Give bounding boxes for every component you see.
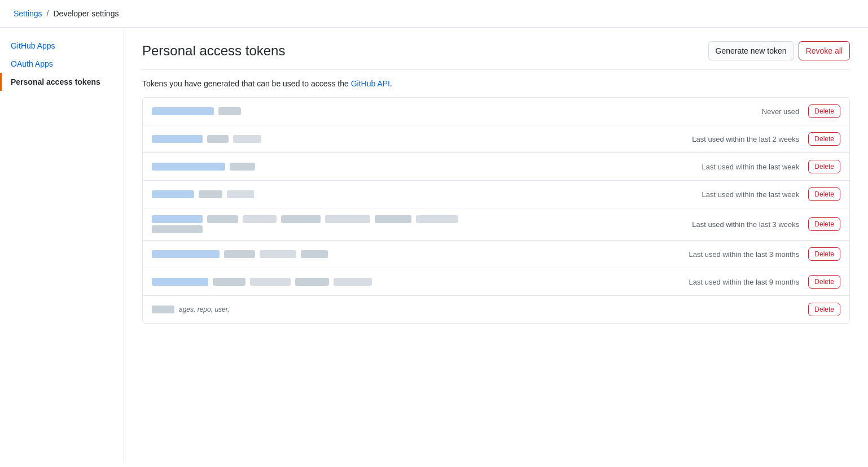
sidebar-item-github-apps[interactable]: GitHub Apps xyxy=(0,37,124,55)
token-scope-blob2 xyxy=(250,278,291,286)
delete-button[interactable]: Delete xyxy=(808,132,840,146)
token-scope-blob2 xyxy=(227,190,254,198)
token-scope-label xyxy=(152,305,174,313)
token-scope-blob2 xyxy=(243,215,277,223)
token-name-row xyxy=(152,190,702,198)
token-name-row xyxy=(152,250,689,258)
token-right: Last used within the last week Delete xyxy=(702,160,840,173)
token-left xyxy=(152,163,702,171)
token-scope-blob3 xyxy=(281,215,321,223)
token-name-blob xyxy=(152,215,203,223)
token-scope-blob xyxy=(199,190,222,198)
token-status: Last used within the last 2 weeks xyxy=(692,135,799,143)
token-name-blob xyxy=(152,107,214,115)
generate-new-token-button[interactable]: Generate new token xyxy=(708,41,794,60)
token-scopes-text: ages, repo, user, xyxy=(179,305,229,313)
token-name-row xyxy=(152,135,692,143)
sidebar: GitHub Apps OAuth Apps Personal access t… xyxy=(0,28,124,462)
token-left xyxy=(152,215,692,233)
tokens-list: Never used Delete Last used within the l… xyxy=(142,97,850,324)
token-right: Delete xyxy=(808,303,840,316)
token-scope-blob3 xyxy=(301,250,328,258)
token-scope-blob xyxy=(207,135,229,143)
token-scope-blob xyxy=(207,215,238,223)
token-scope-extra xyxy=(152,225,203,233)
token-left xyxy=(152,135,692,143)
token-scope-blob2 xyxy=(233,135,261,143)
token-scope-blob xyxy=(230,163,255,171)
delete-button[interactable]: Delete xyxy=(808,303,840,316)
delete-button[interactable]: Delete xyxy=(808,275,840,289)
breadcrumb-separator: / xyxy=(47,9,49,18)
page-title: Personal access tokens xyxy=(142,43,285,59)
token-name-blob xyxy=(152,135,203,143)
token-status: Never used xyxy=(762,107,799,116)
token-right: Last used within the last 3 weeks Delete xyxy=(692,217,840,231)
token-right: Last used within the last week Delete xyxy=(702,187,840,201)
token-right: Last used within the last 9 months Delet… xyxy=(689,275,840,289)
token-name-blob xyxy=(152,250,220,258)
description: Tokens you have generated that can be us… xyxy=(142,79,850,88)
breadcrumb-current: Developer settings xyxy=(53,9,119,18)
token-name-row xyxy=(152,163,702,171)
delete-button[interactable]: Delete xyxy=(808,217,840,231)
delete-button[interactable]: Delete xyxy=(808,104,840,118)
token-scope-blob6 xyxy=(416,215,458,223)
layout: GitHub Apps OAuth Apps Personal access t… xyxy=(0,28,868,462)
token-right: Last used within the last 3 months Delet… xyxy=(689,247,840,261)
token-name-row xyxy=(152,215,692,223)
table-row: Last used within the last 9 months Delet… xyxy=(143,268,849,296)
token-scopes xyxy=(152,225,692,233)
token-name-row: ages, repo, user, xyxy=(152,305,808,313)
github-api-link[interactable]: GitHub API xyxy=(351,79,390,88)
token-scope-blob4 xyxy=(334,278,372,286)
revoke-all-button[interactable]: Revoke all xyxy=(799,41,850,60)
token-left xyxy=(152,250,689,258)
token-left xyxy=(152,190,702,198)
token-status: Last used within the last week xyxy=(702,163,800,171)
token-name-blob xyxy=(152,278,208,286)
token-scope-blob5 xyxy=(375,215,411,223)
token-left: ages, repo, user, xyxy=(152,305,808,313)
sidebar-item-oauth-apps[interactable]: OAuth Apps xyxy=(0,55,124,73)
token-right: Last used within the last 2 weeks Delete xyxy=(692,132,840,146)
table-row: Last used within the last 3 months Delet… xyxy=(143,241,849,268)
token-scope-blob3 xyxy=(295,278,329,286)
token-status: Last used within the last 3 months xyxy=(689,250,799,259)
token-scope-blob xyxy=(224,250,255,258)
token-status: Last used within the last 9 months xyxy=(689,278,799,286)
description-prefix: Tokens you have generated that can be us… xyxy=(142,79,351,88)
delete-button[interactable]: Delete xyxy=(808,247,840,261)
sidebar-item-personal-access-tokens[interactable]: Personal access tokens xyxy=(0,73,124,91)
token-left xyxy=(152,107,762,115)
token-right: Never used Delete xyxy=(762,104,840,118)
table-row: Last used within the last 3 weeks Delete xyxy=(143,208,849,241)
token-name-blob xyxy=(152,163,225,171)
delete-button[interactable]: Delete xyxy=(808,160,840,173)
settings-link[interactable]: Settings xyxy=(14,9,42,18)
token-status: Last used within the last 3 weeks xyxy=(692,220,799,229)
token-left xyxy=(152,278,689,286)
token-scope-blob xyxy=(213,278,246,286)
token-scope-blob2 xyxy=(260,250,296,258)
token-scope-blob xyxy=(218,107,241,115)
table-row: Never used Delete xyxy=(143,98,849,125)
table-row: Last used within the last week Delete xyxy=(143,153,849,181)
table-row: ages, repo, user, Delete xyxy=(143,296,849,323)
breadcrumb: Settings / Developer settings xyxy=(0,0,868,28)
table-row: Last used within the last 2 weeks Delete xyxy=(143,125,849,153)
token-name-row xyxy=(152,278,689,286)
delete-button[interactable]: Delete xyxy=(808,187,840,201)
token-name-row xyxy=(152,107,762,115)
token-status: Last used within the last week xyxy=(702,190,800,199)
description-suffix: . xyxy=(390,79,392,88)
main-content: Personal access tokens Generate new toke… xyxy=(124,28,868,462)
token-scope-blob4 xyxy=(325,215,370,223)
header-buttons: Generate new token Revoke all xyxy=(708,41,850,60)
token-name-blob xyxy=(152,190,194,198)
table-row: Last used within the last week Delete xyxy=(143,181,849,208)
page-header: Personal access tokens Generate new toke… xyxy=(142,41,850,70)
